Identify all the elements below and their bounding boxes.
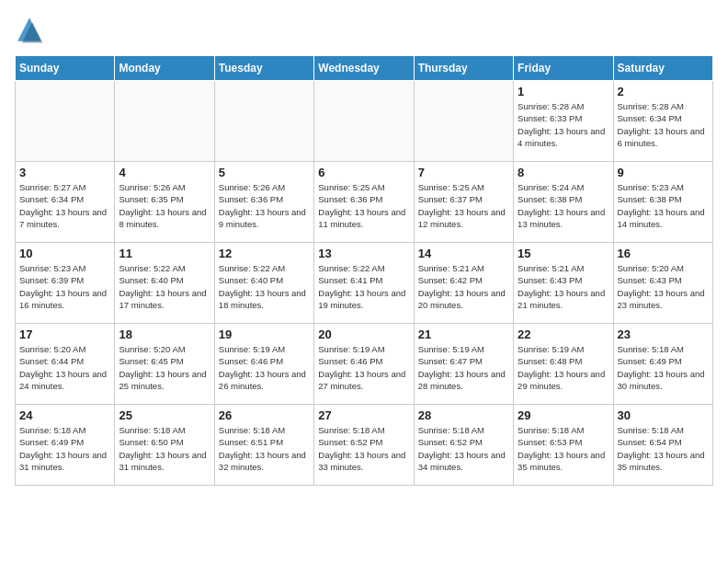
day-cell: 19Sunrise: 5:19 AM Sunset: 6:46 PM Dayli… — [214, 324, 313, 405]
day-number: 5 — [219, 166, 310, 179]
day-cell: 6Sunrise: 5:25 AM Sunset: 6:36 PM Daylig… — [314, 162, 414, 243]
day-info: Sunrise: 5:23 AM Sunset: 6:39 PM Dayligh… — [19, 262, 110, 311]
day-info: Sunrise: 5:21 AM Sunset: 6:43 PM Dayligh… — [518, 262, 609, 311]
day-info: Sunrise: 5:18 AM Sunset: 6:49 PM Dayligh… — [618, 343, 709, 392]
day-info: Sunrise: 5:28 AM Sunset: 6:33 PM Dayligh… — [518, 100, 609, 149]
calendar-body: 1Sunrise: 5:28 AM Sunset: 6:33 PM Daylig… — [16, 81, 713, 486]
day-info: Sunrise: 5:25 AM Sunset: 6:36 PM Dayligh… — [318, 181, 409, 230]
day-cell: 20Sunrise: 5:19 AM Sunset: 6:46 PM Dayli… — [314, 324, 414, 405]
day-number: 4 — [119, 166, 210, 179]
day-info: Sunrise: 5:18 AM Sunset: 6:49 PM Dayligh… — [19, 424, 110, 473]
day-cell: 7Sunrise: 5:25 AM Sunset: 6:37 PM Daylig… — [414, 162, 513, 243]
header-row: SundayMondayTuesdayWednesdayThursdayFrid… — [16, 56, 713, 81]
day-info: Sunrise: 5:22 AM Sunset: 6:40 PM Dayligh… — [219, 262, 310, 311]
day-cell: 24Sunrise: 5:18 AM Sunset: 6:49 PM Dayli… — [16, 405, 115, 486]
day-cell: 18Sunrise: 5:20 AM Sunset: 6:45 PM Dayli… — [115, 324, 214, 405]
day-info: Sunrise: 5:27 AM Sunset: 6:34 PM Dayligh… — [19, 181, 110, 230]
day-cell: 29Sunrise: 5:18 AM Sunset: 6:53 PM Dayli… — [514, 405, 613, 486]
day-info: Sunrise: 5:26 AM Sunset: 6:36 PM Dayligh… — [219, 181, 310, 230]
day-number: 30 — [618, 408, 709, 422]
day-number: 25 — [119, 408, 210, 422]
header-day-thursday: Thursday — [414, 56, 513, 81]
week-row-3: 10Sunrise: 5:23 AM Sunset: 6:39 PM Dayli… — [16, 243, 713, 324]
day-number: 8 — [518, 166, 609, 179]
header-day-monday: Monday — [115, 56, 214, 81]
logo — [15, 15, 48, 44]
page-header — [15, 15, 713, 44]
day-info: Sunrise: 5:18 AM Sunset: 6:52 PM Dayligh… — [418, 424, 509, 473]
calendar-table: SundayMondayTuesdayWednesdayThursdayFrid… — [15, 55, 713, 486]
day-cell: 10Sunrise: 5:23 AM Sunset: 6:39 PM Dayli… — [16, 243, 115, 324]
day-number: 3 — [19, 166, 110, 179]
day-info: Sunrise: 5:19 AM Sunset: 6:46 PM Dayligh… — [219, 343, 310, 392]
day-info: Sunrise: 5:26 AM Sunset: 6:35 PM Dayligh… — [119, 181, 210, 230]
day-number: 23 — [618, 327, 709, 341]
day-cell: 22Sunrise: 5:19 AM Sunset: 6:48 PM Dayli… — [514, 324, 613, 405]
day-number: 29 — [518, 408, 609, 422]
day-cell: 8Sunrise: 5:24 AM Sunset: 6:38 PM Daylig… — [514, 162, 613, 243]
day-cell: 11Sunrise: 5:22 AM Sunset: 6:40 PM Dayli… — [115, 243, 214, 324]
header-day-friday: Friday — [514, 56, 613, 81]
day-cell: 4Sunrise: 5:26 AM Sunset: 6:35 PM Daylig… — [115, 162, 214, 243]
day-cell: 23Sunrise: 5:18 AM Sunset: 6:49 PM Dayli… — [613, 324, 712, 405]
day-info: Sunrise: 5:18 AM Sunset: 6:53 PM Dayligh… — [518, 424, 609, 473]
day-number: 21 — [418, 327, 509, 341]
day-number: 24 — [19, 408, 110, 422]
day-info: Sunrise: 5:21 AM Sunset: 6:42 PM Dayligh… — [418, 262, 509, 311]
day-number: 18 — [119, 327, 210, 341]
day-number: 22 — [518, 327, 609, 341]
day-info: Sunrise: 5:22 AM Sunset: 6:40 PM Dayligh… — [119, 262, 210, 311]
day-cell: 12Sunrise: 5:22 AM Sunset: 6:40 PM Dayli… — [214, 243, 313, 324]
day-cell: 2Sunrise: 5:28 AM Sunset: 6:34 PM Daylig… — [613, 81, 712, 162]
day-number: 13 — [318, 247, 409, 260]
day-info: Sunrise: 5:28 AM Sunset: 6:34 PM Dayligh… — [618, 100, 709, 149]
day-cell: 27Sunrise: 5:18 AM Sunset: 6:52 PM Dayli… — [314, 405, 414, 486]
day-info: Sunrise: 5:18 AM Sunset: 6:52 PM Dayligh… — [318, 424, 409, 473]
day-info: Sunrise: 5:22 AM Sunset: 6:41 PM Dayligh… — [318, 262, 409, 311]
day-cell: 14Sunrise: 5:21 AM Sunset: 6:42 PM Dayli… — [414, 243, 513, 324]
day-cell — [115, 81, 214, 162]
header-day-tuesday: Tuesday — [214, 56, 313, 81]
day-cell: 28Sunrise: 5:18 AM Sunset: 6:52 PM Dayli… — [414, 405, 513, 486]
day-info: Sunrise: 5:20 AM Sunset: 6:44 PM Dayligh… — [19, 343, 110, 392]
day-cell: 17Sunrise: 5:20 AM Sunset: 6:44 PM Dayli… — [16, 324, 115, 405]
day-number: 19 — [219, 327, 310, 341]
day-info: Sunrise: 5:24 AM Sunset: 6:38 PM Dayligh… — [518, 181, 609, 230]
week-row-2: 3Sunrise: 5:27 AM Sunset: 6:34 PM Daylig… — [16, 162, 713, 243]
day-number: 17 — [19, 327, 110, 341]
week-row-4: 17Sunrise: 5:20 AM Sunset: 6:44 PM Dayli… — [16, 324, 713, 405]
day-cell: 30Sunrise: 5:18 AM Sunset: 6:54 PM Dayli… — [613, 405, 712, 486]
day-number: 9 — [618, 166, 709, 179]
day-number: 10 — [19, 247, 110, 260]
day-cell: 25Sunrise: 5:18 AM Sunset: 6:50 PM Dayli… — [115, 405, 214, 486]
day-info: Sunrise: 5:20 AM Sunset: 6:45 PM Dayligh… — [119, 343, 210, 392]
day-cell: 3Sunrise: 5:27 AM Sunset: 6:34 PM Daylig… — [16, 162, 115, 243]
day-number: 28 — [418, 408, 509, 422]
day-cell: 15Sunrise: 5:21 AM Sunset: 6:43 PM Dayli… — [514, 243, 613, 324]
day-cell: 1Sunrise: 5:28 AM Sunset: 6:33 PM Daylig… — [514, 81, 613, 162]
day-cell — [314, 81, 414, 162]
day-number: 2 — [618, 85, 709, 98]
day-info: Sunrise: 5:18 AM Sunset: 6:51 PM Dayligh… — [219, 424, 310, 473]
day-number: 1 — [518, 85, 609, 98]
day-number: 15 — [518, 247, 609, 260]
day-number: 6 — [318, 166, 409, 179]
day-info: Sunrise: 5:18 AM Sunset: 6:54 PM Dayligh… — [618, 424, 709, 473]
header-day-wednesday: Wednesday — [314, 56, 414, 81]
week-row-5: 24Sunrise: 5:18 AM Sunset: 6:49 PM Dayli… — [16, 405, 713, 486]
day-info: Sunrise: 5:19 AM Sunset: 6:47 PM Dayligh… — [418, 343, 509, 392]
day-cell — [214, 81, 313, 162]
day-number: 20 — [318, 327, 409, 341]
day-cell — [414, 81, 513, 162]
day-number: 16 — [618, 247, 709, 260]
day-info: Sunrise: 5:19 AM Sunset: 6:48 PM Dayligh… — [518, 343, 609, 392]
day-info: Sunrise: 5:20 AM Sunset: 6:43 PM Dayligh… — [618, 262, 709, 311]
day-number: 14 — [418, 247, 509, 260]
day-cell: 13Sunrise: 5:22 AM Sunset: 6:41 PM Dayli… — [314, 243, 414, 324]
day-cell: 21Sunrise: 5:19 AM Sunset: 6:47 PM Dayli… — [414, 324, 513, 405]
day-number: 7 — [418, 166, 509, 179]
day-info: Sunrise: 5:18 AM Sunset: 6:50 PM Dayligh… — [119, 424, 210, 473]
week-row-1: 1Sunrise: 5:28 AM Sunset: 6:33 PM Daylig… — [16, 81, 713, 162]
day-number: 27 — [318, 408, 409, 422]
day-info: Sunrise: 5:25 AM Sunset: 6:37 PM Dayligh… — [418, 181, 509, 230]
